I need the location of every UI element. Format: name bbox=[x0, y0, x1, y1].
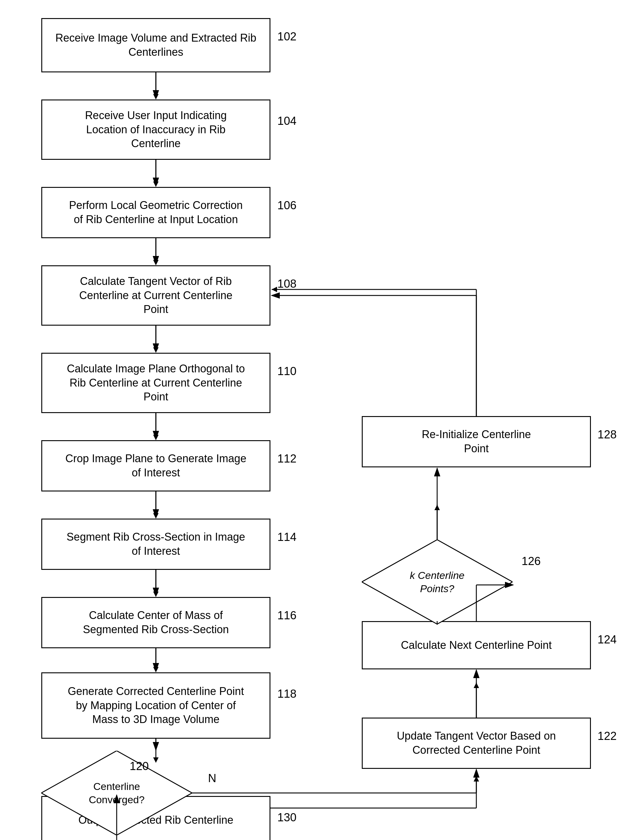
box-118: Generate Corrected Centerline Pointby Ma… bbox=[41, 673, 270, 739]
step-104: 104 bbox=[278, 115, 297, 128]
step-124: 124 bbox=[598, 633, 617, 646]
box-116: Calculate Center of Mass ofSegmented Rib… bbox=[41, 597, 270, 648]
step-112: 112 bbox=[278, 452, 297, 465]
box-102: Receive Image Volume and Extracted Rib C… bbox=[41, 18, 270, 73]
svg-marker-27 bbox=[473, 776, 479, 782]
box-124: Calculate Next Centerline Point bbox=[362, 621, 591, 669]
flowchart-diagram: Receive Image Volume and Extracted Rib C… bbox=[0, 0, 631, 840]
step-102: 102 bbox=[278, 30, 297, 43]
label-N: N bbox=[208, 772, 216, 785]
box-106: Perform Local Geometric Correctionof Rib… bbox=[41, 187, 270, 238]
box-112: Crop Image Plane to Generate Imageof Int… bbox=[41, 440, 270, 491]
box-110: Calculate Image Plane Orthogonal toRib C… bbox=[41, 353, 270, 413]
svg-marker-37 bbox=[434, 505, 440, 510]
step-114: 114 bbox=[278, 531, 297, 544]
step-122: 122 bbox=[598, 729, 617, 743]
svg-marker-7 bbox=[153, 347, 159, 353]
step-126: 126 bbox=[522, 555, 541, 568]
svg-marker-3 bbox=[153, 182, 159, 187]
step-118: 118 bbox=[278, 687, 297, 700]
diamond-126: k CenterlinePoints? bbox=[362, 540, 513, 624]
step-128: 128 bbox=[598, 428, 617, 441]
svg-marker-40 bbox=[271, 287, 277, 292]
box-114: Segment Rib Cross-Section in Imageof Int… bbox=[41, 519, 270, 570]
step-130: 130 bbox=[278, 811, 297, 824]
svg-marker-13 bbox=[153, 592, 159, 597]
box-108: Calculate Tangent Vector of RibCenterlin… bbox=[41, 265, 270, 325]
step-110: 110 bbox=[278, 365, 297, 378]
step-106: 106 bbox=[278, 199, 297, 212]
box-128: Re-Initialize CenterlinePoint bbox=[362, 416, 591, 467]
svg-marker-5 bbox=[153, 260, 159, 265]
svg-marker-1 bbox=[153, 94, 159, 99]
box-104: Receive User Input IndicatingLocation of… bbox=[41, 99, 270, 160]
step-108: 108 bbox=[278, 277, 297, 291]
step-120: 120 bbox=[129, 760, 148, 773]
svg-marker-9 bbox=[153, 435, 159, 440]
svg-marker-29 bbox=[473, 683, 479, 688]
svg-marker-11 bbox=[153, 513, 159, 519]
step-116: 116 bbox=[278, 609, 297, 622]
svg-marker-15 bbox=[153, 667, 159, 673]
box-122: Update Tangent Vector Based onCorrected … bbox=[362, 718, 591, 769]
diamond-120: CenterlineConverged? bbox=[41, 751, 192, 835]
